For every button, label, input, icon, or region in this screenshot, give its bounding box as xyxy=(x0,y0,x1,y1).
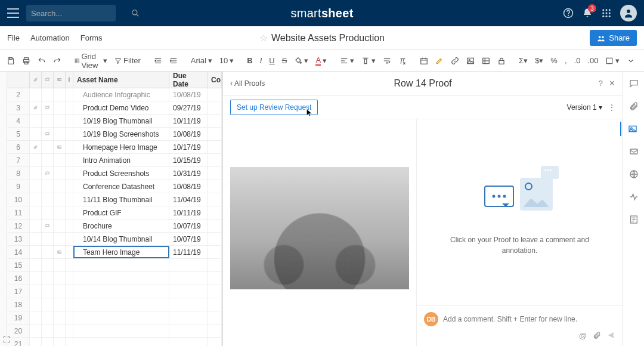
proof-cell[interactable] xyxy=(54,167,66,180)
share-button[interactable]: Share xyxy=(590,30,637,46)
proof-image-area[interactable] xyxy=(223,119,417,346)
asset-name-cell[interactable]: Audience Infographic xyxy=(73,88,169,101)
asset-name-cell[interactable] xyxy=(73,272,169,285)
col-attachments-icon[interactable] xyxy=(30,72,42,88)
proof-cell[interactable] xyxy=(54,141,66,153)
asset-name-cell[interactable] xyxy=(73,338,169,346)
table-row[interactable]: 21 xyxy=(7,338,222,346)
proof-cell[interactable] xyxy=(54,259,66,271)
dec-decrease-icon[interactable]: .0 xyxy=(571,54,584,67)
comment-cell[interactable] xyxy=(42,233,54,245)
align-left-icon[interactable]: ▾ xyxy=(337,54,357,67)
comment-cell[interactable] xyxy=(42,141,54,153)
due-date-cell[interactable] xyxy=(169,285,208,298)
proof-cell[interactable] xyxy=(54,338,66,346)
textcolor-icon[interactable]: A▾ xyxy=(312,53,330,68)
table-row[interactable]: 16 xyxy=(7,272,222,285)
outdent-icon[interactable] xyxy=(151,54,165,67)
attach-cell[interactable] xyxy=(30,298,42,311)
table-row[interactable]: 12Brochure10/07/19 xyxy=(7,220,222,233)
column-co[interactable]: Co xyxy=(208,72,222,88)
due-date-cell[interactable]: 10/08/19 xyxy=(169,88,208,101)
proof-cell[interactable] xyxy=(54,88,66,101)
sum-icon[interactable]: Σ▾ xyxy=(516,54,531,67)
comment-cell[interactable] xyxy=(42,285,54,298)
comment-cell[interactable] xyxy=(42,154,54,166)
due-date-cell[interactable]: 10/11/19 xyxy=(169,206,208,219)
attach-cell[interactable] xyxy=(30,311,42,324)
due-date-cell[interactable] xyxy=(169,298,208,311)
wrap-icon[interactable] xyxy=(380,54,394,67)
due-date-cell[interactable]: 10/17/19 xyxy=(169,141,208,153)
attach-comment-icon[interactable] xyxy=(593,331,601,340)
redo-icon[interactable] xyxy=(50,54,64,67)
comment-cell[interactable] xyxy=(42,259,54,271)
attach-cell[interactable] xyxy=(30,154,42,166)
attach-cell[interactable] xyxy=(30,259,42,271)
help-proof-icon[interactable]: ? xyxy=(599,79,603,88)
avatar[interactable] xyxy=(620,5,637,21)
due-date-cell[interactable]: 10/15/19 xyxy=(169,154,208,166)
comment-cell[interactable] xyxy=(42,193,54,206)
notifications-icon[interactable]: 3 xyxy=(582,8,593,18)
collapse-panel-icon[interactable] xyxy=(639,54,644,67)
table-row[interactable]: 1011/11 Blog Thumbnail11/04/19 xyxy=(7,193,222,206)
version-select[interactable]: Version 1 ▾ xyxy=(567,103,602,112)
more-icon[interactable] xyxy=(624,54,638,67)
font-select[interactable]: Arial▾ xyxy=(188,54,215,67)
underline-icon[interactable]: U xyxy=(266,54,277,67)
proof-cell[interactable] xyxy=(54,101,66,114)
due-date-cell[interactable] xyxy=(169,338,208,346)
clear-format-icon[interactable] xyxy=(395,54,410,67)
proof-cell[interactable] xyxy=(54,285,66,298)
asset-name-cell[interactable]: 10/19 Blog Thumbnail xyxy=(73,115,169,127)
mention-icon[interactable]: @ xyxy=(579,331,587,340)
attach-cell[interactable] xyxy=(30,101,42,114)
comment-cell[interactable] xyxy=(42,246,54,258)
proof-cell[interactable] xyxy=(54,311,66,324)
rail-attachments-icon[interactable] xyxy=(627,99,641,113)
borders-icon[interactable]: ▾ xyxy=(602,54,623,67)
rail-publish-icon[interactable] xyxy=(627,167,641,181)
setup-review-button[interactable]: Set up Review Request xyxy=(230,100,318,115)
due-date-cell[interactable]: 11/11/19 xyxy=(169,246,208,258)
table-row[interactable]: 7Intro Animation10/15/19 xyxy=(7,154,222,167)
asset-name-cell[interactable] xyxy=(73,259,169,271)
proof-cell[interactable] xyxy=(54,206,66,219)
rail-proofs-icon[interactable] xyxy=(620,122,641,136)
col-info-icon[interactable]: i xyxy=(66,72,73,88)
asset-name-cell[interactable] xyxy=(73,298,169,311)
asset-name-cell[interactable]: Product GIF xyxy=(73,206,169,219)
rail-activity-icon[interactable] xyxy=(627,190,641,204)
star-icon[interactable]: ☆ xyxy=(259,32,268,44)
menu-automation[interactable]: Automation xyxy=(30,33,70,42)
rail-comments-icon[interactable] xyxy=(627,76,641,91)
proof-cell[interactable] xyxy=(54,154,66,166)
indent-icon[interactable] xyxy=(166,54,181,67)
search-box[interactable] xyxy=(26,5,116,21)
attach-cell[interactable] xyxy=(30,220,42,232)
comment-cell[interactable] xyxy=(42,206,54,219)
proof-cell[interactable] xyxy=(54,246,66,258)
proof-cell[interactable] xyxy=(54,233,66,245)
fillcolor-icon[interactable]: ▾ xyxy=(291,54,311,67)
filter-button[interactable]: Filter xyxy=(112,54,144,67)
comment-input[interactable] xyxy=(443,315,615,323)
fontsize-select[interactable]: 10▾ xyxy=(216,54,237,67)
table-row[interactable]: 18 xyxy=(7,298,222,311)
attach-cell[interactable] xyxy=(30,206,42,219)
back-all-proofs[interactable]: ‹ All Proofs xyxy=(230,79,265,88)
attach-cell[interactable] xyxy=(30,193,42,206)
menu-forms[interactable]: Forms xyxy=(80,33,103,42)
comment-cell[interactable] xyxy=(42,167,54,180)
table-row[interactable]: 6Homepage Hero Image10/17/19 xyxy=(7,141,222,154)
link-icon[interactable] xyxy=(448,54,462,67)
table-row[interactable]: 8Product Screenshots10/31/19 xyxy=(7,167,222,180)
asset-name-cell[interactable] xyxy=(73,325,169,337)
rail-update-icon[interactable] xyxy=(627,144,641,159)
attach-cell[interactable] xyxy=(30,88,42,101)
due-date-cell[interactable]: 10/07/19 xyxy=(169,233,208,245)
asset-name-cell[interactable]: Team Hero Image xyxy=(73,246,169,258)
proof-cell[interactable] xyxy=(54,193,66,206)
asset-name-cell[interactable]: Brochure xyxy=(73,220,169,232)
